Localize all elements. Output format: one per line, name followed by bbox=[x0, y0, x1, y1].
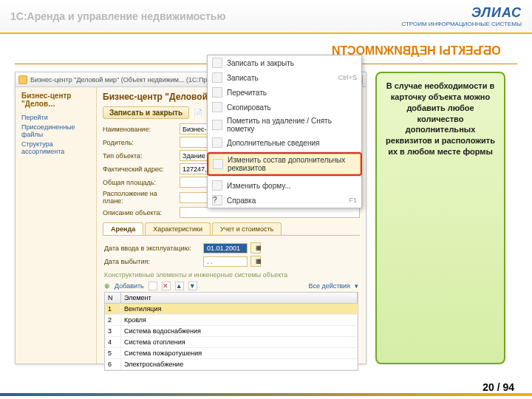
side-panel: Бизнес-центр "Делов… Перейти Присоединен… bbox=[16, 87, 97, 364]
calendar-icon[interactable]: ▦ bbox=[250, 256, 261, 267]
tab-rent[interactable]: Аренда bbox=[103, 222, 143, 235]
help-icon: ? bbox=[212, 195, 222, 205]
chevron-down-icon[interactable]: ▾ bbox=[355, 282, 358, 290]
sidepanel-link[interactable]: Перейти bbox=[21, 114, 90, 121]
exit-date-field[interactable]: . . bbox=[203, 256, 248, 267]
sidepanel-link[interactable]: Структура ассортимента bbox=[21, 140, 90, 155]
grid-row[interactable]: 5Система пожаротушения bbox=[105, 348, 358, 359]
down-icon[interactable]: ▼ bbox=[188, 282, 197, 290]
save-close-button[interactable]: Записать и закрыть bbox=[103, 106, 189, 119]
context-menu[interactable]: Записать и закрыть ЗаписатьCtrl+S Перечи… bbox=[207, 55, 362, 208]
type-label: Тип объекта: bbox=[103, 152, 177, 160]
menu-separator bbox=[208, 151, 361, 152]
footer-line bbox=[0, 393, 532, 396]
grid-row[interactable]: 2Кровля bbox=[105, 315, 358, 326]
edit-props-icon bbox=[213, 159, 223, 169]
reread-icon bbox=[212, 87, 222, 98]
grid-row[interactable]: 3Система водоснабжения bbox=[105, 326, 358, 337]
col-element[interactable]: Элемент bbox=[121, 293, 358, 303]
app-title: 1С:Аренда и управление недвижимостью bbox=[10, 10, 225, 22]
cm-save[interactable]: ЗаписатьCtrl+S bbox=[208, 70, 361, 85]
save-close-icon bbox=[212, 58, 222, 68]
logo-subtitle: СТРОИМ ИНФОРМАЦИОННЫЕ СИСТЕМЫ bbox=[401, 21, 522, 27]
cm-save-close[interactable]: Записать и закрыть bbox=[208, 55, 361, 70]
form-icon bbox=[212, 180, 222, 191]
plan-label: Расположение на плане: bbox=[103, 190, 177, 205]
col-n[interactable]: N bbox=[105, 293, 121, 303]
page-number: 20 / 94 bbox=[482, 381, 514, 393]
top-bar: 1С:Аренда и управление недвижимостью ЭЛИ… bbox=[0, 0, 532, 34]
cm-copy[interactable]: Скопировать bbox=[208, 100, 361, 115]
area-label: Общая площадь: bbox=[103, 179, 177, 186]
info-icon bbox=[212, 137, 222, 148]
save-icon bbox=[212, 72, 222, 83]
cm-change-requisites[interactable]: Изменить состав дополнительных реквизито… bbox=[208, 154, 361, 174]
copy-icon bbox=[212, 102, 222, 112]
delete-icon[interactable]: ✕ bbox=[162, 282, 171, 290]
edit-icon[interactable] bbox=[149, 282, 157, 290]
cm-mark-delete[interactable]: Пометить на удаление / Снять пометку bbox=[208, 115, 361, 135]
fieldset-title: Конструктивные элементы и инженерные сис… bbox=[104, 271, 358, 279]
grid-row[interactable]: 4Система отопления bbox=[105, 337, 358, 348]
exit-date-label: Дата выбытия: bbox=[104, 258, 200, 265]
cm-help[interactable]: ?СправкаF1 bbox=[208, 193, 361, 208]
addr-label: Фактический адрес: bbox=[103, 166, 177, 173]
menu-separator bbox=[208, 176, 361, 177]
name-label: Наименование: bbox=[103, 126, 177, 133]
elements-grid[interactable]: N Элемент 1Вентиляция 2Кровля 3Система в… bbox=[104, 292, 358, 371]
tab-accounting[interactable]: Учет и стоимость bbox=[212, 222, 282, 235]
logo: ЭЛИАС СТРОИМ ИНФОРМАЦИОННЫЕ СИСТЕМЫ bbox=[401, 5, 522, 27]
desc-field[interactable] bbox=[180, 207, 360, 218]
app-icon bbox=[18, 75, 27, 84]
logo-text: ЭЛИАС bbox=[401, 5, 522, 21]
add-icon[interactable]: ⊕ bbox=[104, 282, 110, 290]
grid-row[interactable]: 6Электроснабжение bbox=[105, 359, 358, 370]
calendar-icon[interactable]: ▦ bbox=[250, 242, 261, 253]
table-toolbar: ⊕ Добавить ✕ ▲ ▼ Все действия ▾ bbox=[104, 282, 358, 290]
grid-row[interactable]: 1Вентиляция bbox=[105, 304, 358, 315]
sidepanel-link[interactable]: Присоединенные файлы bbox=[21, 123, 90, 138]
enter-date-field[interactable]: 01.01.2001 bbox=[203, 243, 248, 253]
tab-characteristics[interactable]: Характеристики bbox=[145, 222, 211, 235]
callout-box: В случае необходимости в карточку объект… bbox=[375, 72, 505, 364]
table-all-actions[interactable]: Все действия bbox=[308, 282, 350, 290]
sidepanel-title: Бизнес-центр "Делов… bbox=[21, 92, 90, 108]
cm-additional-info[interactable]: Дополнительные сведения bbox=[208, 135, 361, 150]
cm-change-form[interactable]: Изменить форму... bbox=[208, 178, 361, 193]
up-icon[interactable]: ▲ bbox=[175, 282, 184, 290]
enter-date-label: Дата ввода в эксплуатацию: bbox=[104, 245, 200, 252]
add-button[interactable]: Добавить bbox=[115, 282, 144, 290]
tabs: Аренда Характеристики Учет и стоимость bbox=[103, 222, 360, 236]
cm-reread[interactable]: Перечитать bbox=[208, 85, 361, 100]
parent-label: Родитель: bbox=[103, 139, 177, 146]
mark-delete-icon bbox=[212, 120, 222, 130]
save-icon[interactable]: 📄 bbox=[194, 109, 202, 117]
desc-label: Описание объекта: bbox=[103, 209, 177, 216]
